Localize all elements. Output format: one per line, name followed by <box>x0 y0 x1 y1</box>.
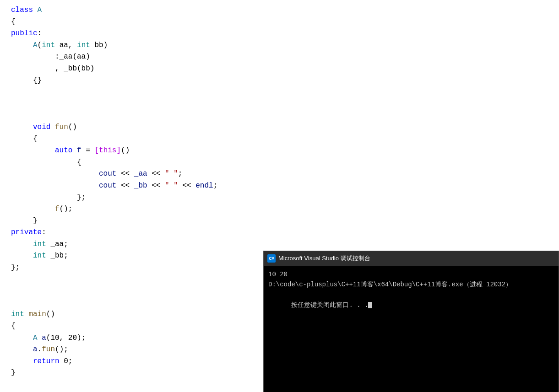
console-title: Microsoft Visual Studio 调试控制台 <box>278 254 370 263</box>
keyword-auto: auto <box>55 145 77 157</box>
semicolon2: ; <box>213 180 218 192</box>
code-line: class A <box>0 5 559 16</box>
obj-a: a <box>33 344 38 356</box>
call-parens: (); <box>60 204 73 215</box>
type-int2: int <box>77 40 90 52</box>
var-a: a <box>42 333 46 344</box>
call-fun: fun <box>42 344 55 356</box>
func-fun: fun <box>55 122 68 134</box>
assign: = <box>81 145 95 157</box>
code-line: }; <box>0 192 559 204</box>
func-main: main <box>28 309 46 321</box>
console-output-2: D:\code\c-plusplus\C++11博客\x64\Debug\C++… <box>268 279 554 290</box>
endl: endl <box>195 180 213 192</box>
op1: << <box>116 168 134 180</box>
colon: : <box>38 28 42 40</box>
type-int: int <box>42 40 55 52</box>
console-window[interactable]: C# Microsoft Visual Studio 调试控制台 10 20 D… <box>263 251 559 392</box>
code-line: { <box>0 157 559 169</box>
type-int-main: int <box>11 309 28 321</box>
colon2: : <box>42 227 46 239</box>
code-line: public: <box>0 28 559 40</box>
lambda-brace-close: }; <box>77 192 86 204</box>
lambda-brace-open: { <box>77 157 81 169</box>
console-app-icon: C# <box>267 254 276 263</box>
code-line: auto f = [this]() <box>0 145 559 157</box>
code-line: {} <box>0 75 559 87</box>
class-name: A <box>38 5 42 16</box>
code-line: cout << _aa << " "; <box>0 168 559 180</box>
member-decl-aa: _aa; <box>46 239 68 251</box>
param-bb: bb) <box>90 40 108 52</box>
type-int-aa: int <box>33 239 46 251</box>
code-line <box>0 86 559 122</box>
lambda-capture: [this] <box>94 145 121 157</box>
brace-open: { <box>33 134 38 145</box>
main-brace-close: } <box>11 367 16 379</box>
ctor-call: (10, 20); <box>46 333 86 344</box>
type-a: A <box>33 333 42 344</box>
cout1: cout <box>99 168 116 180</box>
semicolon1: ; <box>178 168 183 180</box>
brace-close: } <box>33 215 38 227</box>
code-line: A(int aa, int bb) <box>0 40 559 52</box>
code-line: } <box>0 215 559 227</box>
code-line: { <box>0 16 559 28</box>
empty-braces: {} <box>33 75 42 87</box>
console-output-3: 按任意键关闭此窗口. . . <box>268 290 554 321</box>
class-close: }; <box>11 262 20 274</box>
init-bb: , _bb(bb) <box>55 63 94 75</box>
cout2: cout <box>99 180 116 192</box>
call-fun-parens: (); <box>55 344 68 356</box>
string2: " " <box>165 180 178 192</box>
call-f: f <box>55 204 60 215</box>
console-titlebar: C# Microsoft Visual Studio 调试控制台 <box>264 251 559 266</box>
dot: . <box>38 344 42 356</box>
type-int-bb: int <box>33 250 46 262</box>
console-body: 10 20 D:\code\c-plusplus\C++11博客\x64\Deb… <box>264 266 559 392</box>
return-val: 0; <box>64 356 72 368</box>
code-line: , _bb(bb) <box>0 63 559 75</box>
code-line: f(); <box>0 204 559 215</box>
op3: << <box>116 180 134 192</box>
main-brace-open: { <box>11 321 16 333</box>
op2: << <box>147 168 165 180</box>
member-decl-bb: _bb; <box>46 250 68 262</box>
space: aa, <box>55 40 77 52</box>
console-cursor <box>368 302 372 308</box>
code-line: { <box>0 134 559 145</box>
op4: << <box>147 180 165 192</box>
keyword-public: public <box>11 28 38 40</box>
lambda-parens: () <box>121 145 130 157</box>
main-parens: () <box>46 309 55 321</box>
member-aa: _aa <box>134 168 147 180</box>
paren: ( <box>38 40 42 52</box>
code-line-aa: int _aa; <box>0 239 559 251</box>
code-line: void fun() <box>0 122 559 134</box>
keyword-return: return <box>33 356 64 368</box>
console-output-1: 10 20 <box>268 269 554 279</box>
brace: { <box>11 16 16 28</box>
op5: << <box>178 180 195 192</box>
init-aa: :_aa(aa) <box>55 51 90 63</box>
keyword-void: void <box>33 122 55 134</box>
keyword-private: private <box>11 227 42 239</box>
member-bb: _bb <box>134 180 147 192</box>
constructor-name: A <box>33 40 38 52</box>
string1: " " <box>165 168 178 180</box>
code-line: cout << _bb << " " << endl; <box>0 180 559 192</box>
code-line: private: <box>0 227 559 239</box>
parens: () <box>68 122 77 134</box>
keyword-class: class <box>11 5 38 16</box>
code-line: :_aa(aa) <box>0 51 559 63</box>
var-f: f <box>77 145 81 157</box>
